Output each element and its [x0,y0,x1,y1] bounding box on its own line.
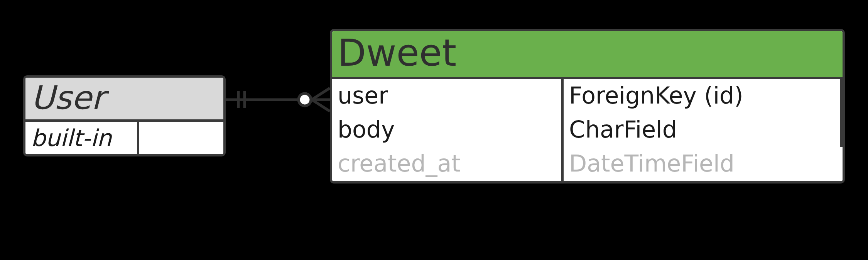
field-type: DateTimeField [564,147,843,181]
svg-line-4 [312,88,330,100]
entity-dweet-rows: user ForeignKey (id) body CharField crea… [332,79,843,181]
entity-user-title: User [25,78,223,122]
field-name: created_at [332,147,564,181]
field-type: ForeignKey (id) [564,79,843,113]
entity-user: User built-in [23,75,226,156]
field-name: body [332,113,564,147]
field-name: user [332,79,564,113]
entity-dweet: Dweet user ForeignKey (id) body CharFiel… [330,29,845,184]
field-name: built-in [25,122,139,154]
svg-point-3 [299,93,311,106]
svg-line-5 [312,100,330,111]
field-type [139,122,223,154]
entity-user-rows: built-in [25,122,223,154]
er-diagram-canvas: User built-in Dweet user ForeignKey (id)… [0,0,868,260]
field-type: CharField [564,113,843,147]
entity-dweet-title: Dweet [332,31,843,79]
